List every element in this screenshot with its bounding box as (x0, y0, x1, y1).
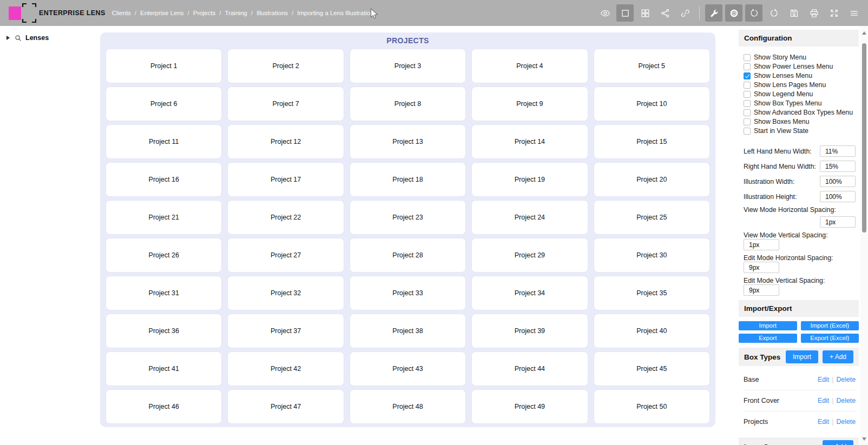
lens-groups-add-button[interactable]: + Add (823, 440, 853, 445)
print-icon[interactable] (805, 4, 823, 22)
scroll-up-arrow-icon[interactable] (862, 31, 866, 35)
project-card[interactable]: Project 11 (106, 124, 222, 159)
field-input[interactable] (744, 284, 779, 296)
field-input[interactable] (744, 262, 779, 273)
config-checkbox-row[interactable]: Show Legend Menu (744, 90, 859, 98)
project-card[interactable]: Project 5 (594, 49, 710, 83)
breadcrumb-item[interactable]: Clients (112, 10, 131, 16)
sidebar-item-lenses[interactable]: Lenses (0, 26, 100, 42)
project-card[interactable]: Project 45 (594, 351, 710, 386)
project-card[interactable]: Project 20 (594, 162, 710, 197)
config-checkbox-row[interactable]: Show Lens Pages Menu (744, 81, 859, 89)
project-card[interactable]: Project 34 (471, 276, 588, 310)
project-card[interactable]: Project 49 (471, 389, 588, 424)
project-card[interactable]: Project 17 (227, 162, 344, 197)
project-card[interactable]: Project 1 (106, 49, 222, 83)
breadcrumb-item[interactable]: Enterprise Lens (140, 10, 184, 16)
eye-icon[interactable] (596, 4, 614, 22)
config-checkbox-row[interactable]: Show Box Types Menu (744, 99, 859, 107)
project-card[interactable]: Project 27 (227, 238, 344, 273)
project-card[interactable]: Project 37 (227, 314, 344, 348)
project-card[interactable]: Project 38 (350, 314, 466, 348)
project-card[interactable]: Project 13 (350, 124, 466, 159)
checkbox[interactable] (744, 72, 751, 79)
field-input[interactable] (820, 191, 856, 202)
project-card[interactable]: Project 21 (106, 200, 222, 235)
field-input[interactable] (820, 216, 856, 228)
config-checkbox-row[interactable]: Start in View State (744, 127, 859, 135)
field-input[interactable] (820, 161, 856, 172)
project-card[interactable]: Project 8 (350, 87, 466, 121)
field-input[interactable] (820, 176, 856, 187)
project-card[interactable]: Project 15 (594, 124, 710, 159)
breadcrumb-item[interactable]: Training (225, 10, 247, 16)
project-card[interactable]: Project 47 (227, 389, 344, 424)
project-card[interactable]: Project 22 (227, 200, 344, 235)
project-card[interactable]: Project 41 (106, 351, 222, 386)
project-card[interactable]: Project 9 (471, 87, 588, 121)
breadcrumb-item[interactable]: Importing a Lens Illustration (297, 10, 373, 16)
project-card[interactable]: Project 31 (106, 276, 222, 310)
project-card[interactable]: Project 50 (594, 389, 710, 424)
vertical-scrollbar[interactable] (860, 26, 868, 445)
redo-icon[interactable] (765, 4, 782, 22)
project-card[interactable]: Project 24 (471, 200, 588, 235)
project-card[interactable]: Project 40 (594, 314, 710, 348)
project-card[interactable]: Project 46 (106, 389, 222, 424)
import-export-button[interactable]: Import (Excel) (801, 321, 859, 330)
edit-link[interactable]: Edit (818, 418, 829, 426)
import-export-button[interactable]: Import (739, 321, 797, 330)
project-card[interactable]: Project 28 (350, 238, 466, 273)
project-card[interactable]: Project 25 (594, 200, 710, 235)
menu-icon[interactable] (845, 4, 863, 22)
edit-link[interactable]: Edit (818, 376, 829, 383)
project-card[interactable]: Project 42 (227, 351, 344, 386)
config-checkbox-row[interactable]: Show Advanced Box Types Menu (744, 109, 859, 116)
field-input[interactable] (744, 239, 779, 250)
share-icon[interactable] (656, 4, 674, 22)
project-card[interactable]: Project 18 (350, 162, 466, 197)
project-card[interactable]: Project 30 (594, 238, 710, 273)
checkbox[interactable] (744, 118, 751, 125)
project-card[interactable]: Project 33 (350, 276, 466, 310)
app-logo[interactable]: ENTERPRISE LENS (0, 2, 106, 24)
frame-icon[interactable] (616, 4, 634, 22)
box-types-import-button[interactable]: Import (786, 350, 818, 363)
project-card[interactable]: Project 19 (471, 162, 588, 197)
breadcrumb-item[interactable]: Illustrations (257, 10, 288, 16)
delete-link[interactable]: Delete (836, 397, 856, 404)
config-checkbox-row[interactable]: Show Lenses Menu (744, 72, 859, 79)
checkbox[interactable] (744, 109, 751, 116)
delete-link[interactable]: Delete (836, 376, 856, 383)
project-card[interactable]: Project 3 (350, 49, 466, 83)
project-card[interactable]: Project 36 (106, 314, 222, 348)
link-icon[interactable] (676, 4, 694, 22)
scroll-down-arrow-icon[interactable] (862, 437, 866, 441)
expand-arrow-icon[interactable] (6, 36, 10, 40)
save-icon[interactable] (785, 4, 803, 22)
undo-icon[interactable] (745, 4, 762, 22)
grid-icon[interactable] (636, 4, 654, 22)
project-card[interactable]: Project 14 (471, 124, 588, 159)
project-card[interactable]: Project 48 (350, 389, 466, 424)
project-card[interactable]: Project 26 (106, 238, 222, 273)
project-card[interactable]: Project 39 (471, 314, 588, 348)
field-input[interactable] (820, 145, 856, 157)
fullscreen-icon[interactable] (825, 4, 843, 22)
project-card[interactable]: Project 10 (594, 87, 710, 121)
project-card[interactable]: Project 12 (227, 124, 344, 159)
project-card[interactable]: Project 35 (594, 276, 710, 310)
import-export-button[interactable]: Export (Excel) (801, 334, 859, 343)
edit-link[interactable]: Edit (818, 397, 829, 404)
config-checkbox-row[interactable]: Show Power Lenses Menu (744, 63, 859, 70)
config-checkbox-row[interactable]: Show Boxes Menu (744, 118, 859, 125)
project-card[interactable]: Project 29 (471, 238, 588, 273)
box-types-add-button[interactable]: + Add (823, 350, 853, 363)
project-card[interactable]: Project 4 (471, 49, 588, 83)
gear-icon[interactable] (725, 4, 742, 22)
import-export-button[interactable]: Export (739, 334, 797, 343)
checkbox[interactable] (744, 128, 751, 135)
breadcrumb-item[interactable]: Projects (193, 10, 216, 16)
checkbox[interactable] (744, 100, 751, 107)
wrench-icon[interactable] (705, 4, 722, 22)
